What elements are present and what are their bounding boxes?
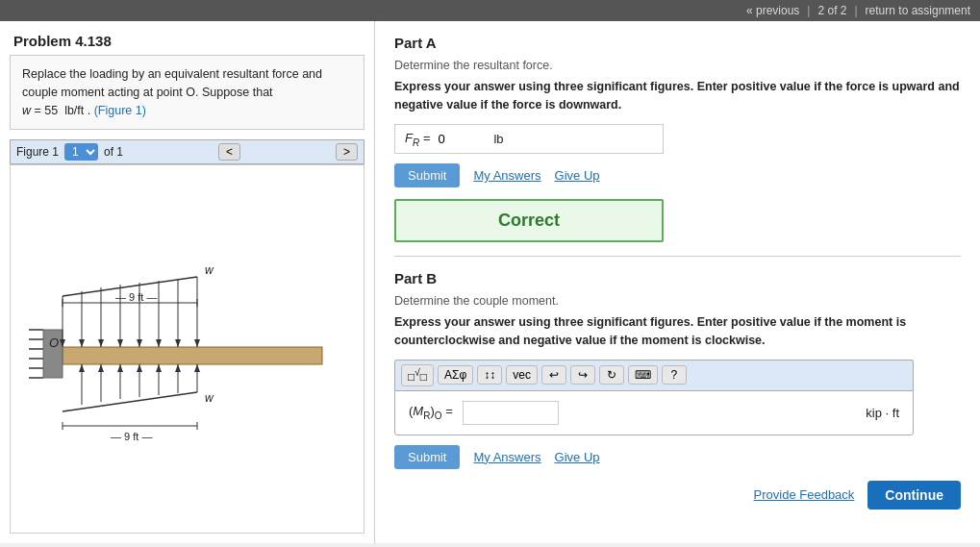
svg-marker-21 (156, 339, 162, 347)
math-toolbar: □√□ ΑΣφ ↕↕ vec ↩ ↪ ↻ ⌨ ? (394, 360, 914, 390)
figure-select[interactable]: 1 (64, 143, 98, 161)
part-a-action-row: Submit My Answers Give Up (394, 163, 961, 187)
part-b-action-row: Submit My Answers Give Up (394, 445, 961, 469)
toolbar-undo-btn[interactable]: ↩ (541, 365, 566, 385)
part-a-prompt: Express your answer using three signific… (394, 78, 961, 114)
toolbar-vec-btn[interactable]: vec (506, 365, 538, 385)
svg-marker-29 (79, 364, 85, 372)
figure-of: of 1 (104, 145, 123, 159)
part-b-give-up-btn[interactable]: Give Up (555, 450, 600, 464)
part-a-answer-label: FR = (405, 131, 430, 148)
svg-marker-19 (137, 339, 142, 347)
bottom-bar: Provide Feedback Continue (394, 481, 961, 510)
figure-label: Figure 1 (16, 145, 59, 159)
figure-link[interactable]: (Figure 1) (94, 104, 146, 117)
part-b-submit-btn[interactable]: Submit (394, 445, 460, 469)
figure-controls: Figure 1 1 of 1 < > (10, 139, 364, 164)
figure-next-btn[interactable]: > (336, 143, 358, 161)
left-panel: Problem 4.138 Replace the loading by an … (0, 21, 375, 543)
svg-marker-31 (98, 364, 104, 372)
part-b-prompt: Express your answer using three signific… (394, 313, 961, 350)
right-panel: Part A Determine the resultant force. Ex… (375, 21, 980, 543)
svg-marker-35 (137, 364, 142, 372)
figure-prev-btn[interactable]: < (218, 143, 240, 161)
toolbar-help-btn[interactable]: ? (662, 365, 687, 385)
svg-marker-25 (194, 339, 200, 347)
part-divider (394, 256, 961, 257)
part-a-answer-row: FR = lb (394, 124, 664, 155)
svg-marker-41 (194, 364, 200, 372)
toolbar-redo-btn[interactable]: ↪ (570, 365, 595, 385)
figure-svg: O (24, 243, 351, 455)
feedback-link[interactable]: Provide Feedback (754, 487, 855, 502)
top-nav: « previous | 2 of 2 | return to assignme… (0, 0, 980, 21)
svg-line-27 (63, 392, 197, 411)
return-link[interactable]: return to assignment (866, 4, 970, 17)
part-b-row: (MR)O = kip · ft (409, 401, 899, 425)
svg-rect-0 (63, 347, 322, 364)
figure-canvas: O (10, 164, 364, 534)
part-b-my-answers-btn[interactable]: My Answers (473, 450, 540, 464)
svg-text:w: w (205, 263, 214, 277)
svg-text:O: O (49, 336, 59, 350)
problem-title: Problem 4.138 (0, 21, 374, 55)
part-a-my-answers-btn[interactable]: My Answers (473, 168, 540, 183)
desc-line2: couple moment acting at point O. Suppose… (22, 86, 273, 99)
nav-separator: | (807, 4, 810, 17)
part-a-submit-btn[interactable]: Submit (394, 163, 460, 187)
part-a-unit: lb (493, 132, 503, 146)
part-b: Part B Determine the couple moment. Expr… (394, 270, 961, 510)
part-a-title: Part A (394, 35, 961, 51)
svg-marker-23 (175, 339, 181, 347)
toolbar-greek-btn[interactable]: ΑΣφ (438, 365, 473, 385)
svg-marker-37 (156, 364, 162, 372)
page-info: 2 of 2 (817, 4, 846, 17)
part-a-input[interactable] (438, 132, 486, 146)
svg-marker-39 (175, 364, 181, 372)
desc-line1: Replace the loading by an equivalent res… (22, 67, 322, 81)
part-b-title: Part B (394, 270, 961, 286)
part-b-input[interactable] (463, 401, 559, 425)
part-b-instruction: Determine the couple moment. (394, 294, 961, 308)
svg-marker-13 (79, 339, 85, 347)
previous-link[interactable]: « previous (746, 4, 799, 17)
part-b-unit: kip · ft (866, 406, 899, 420)
main-layout: Problem 4.138 Replace the loading by an … (0, 21, 980, 543)
nav-separator2: | (854, 4, 857, 17)
continue-btn[interactable]: Continue (867, 481, 961, 510)
toolbar-matrix-btn[interactable]: □√□ (401, 364, 434, 386)
part-a-give-up-btn[interactable]: Give Up (555, 168, 600, 183)
svg-text:w: w (205, 391, 214, 405)
correct-box: Correct (394, 199, 664, 242)
svg-text:— 9 ft —: — 9 ft — (115, 291, 157, 303)
desc-line3: w = 55 lb/ft . (22, 104, 94, 117)
toolbar-arrows-btn[interactable]: ↕↕ (477, 365, 502, 385)
toolbar-refresh-btn[interactable]: ↻ (599, 365, 624, 385)
part-a: Part A Determine the resultant force. Ex… (394, 35, 961, 242)
toolbar-keyboard-btn[interactable]: ⌨ (628, 365, 658, 385)
part-b-label: (MR)O = (409, 404, 453, 421)
svg-text:— 9 ft —: — 9 ft — (111, 431, 152, 442)
part-b-input-area: (MR)O = kip · ft (394, 390, 914, 435)
problem-description: Replace the loading by an equivalent res… (10, 55, 364, 130)
part-a-instruction: Determine the resultant force. (394, 59, 961, 72)
svg-marker-33 (117, 364, 123, 372)
svg-marker-17 (117, 339, 123, 347)
svg-marker-15 (98, 339, 104, 347)
